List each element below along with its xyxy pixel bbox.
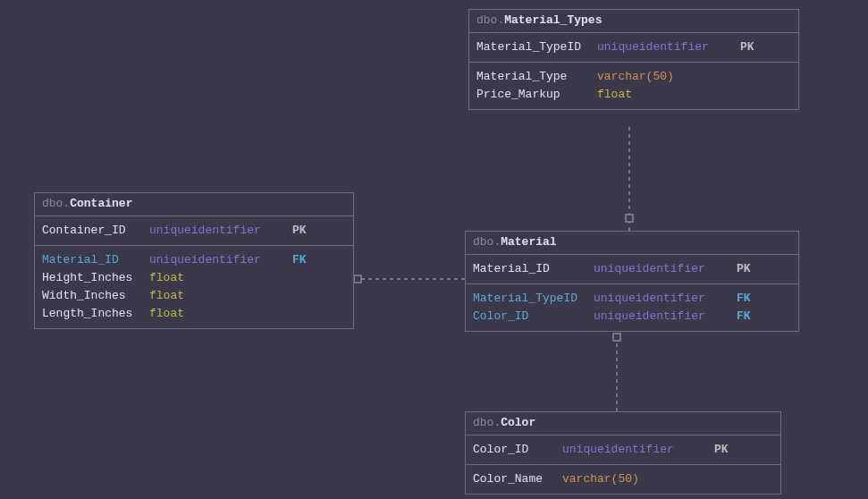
pk-section: Container_ID uniqueidentifier PK [35, 216, 353, 245]
column-type: uniqueidentifier [149, 222, 292, 240]
column-type: float [149, 287, 184, 305]
schema-prefix: dbo. [473, 416, 501, 429]
table-name: Color [501, 416, 535, 429]
column-type: varchar(50) [562, 470, 639, 488]
column-row: Material_ID uniqueidentifier FK [42, 251, 346, 269]
key-badge: PK [740, 38, 754, 56]
column-row: Material_ID uniqueidentifier PK [473, 260, 791, 278]
column-type: uniqueidentifier [149, 251, 292, 269]
pk-section: Material_ID uniqueidentifier PK [466, 254, 798, 283]
column-row: Material_TypeID uniqueidentifier FK [473, 290, 791, 308]
column-row: Color_ID uniqueidentifier FK [473, 308, 791, 326]
column-type: uniqueidentifier [597, 38, 740, 56]
column-name: Height_Inches [42, 269, 149, 287]
column-row: Container_ID uniqueidentifier PK [42, 222, 346, 240]
table-container[interactable]: dbo.Container Container_ID uniqueidentif… [34, 192, 354, 329]
column-name: Container_ID [42, 222, 149, 240]
table-name: Material_Types [504, 13, 602, 27]
column-row: Color_ID uniqueidentifier PK [473, 441, 773, 459]
schema-prefix: dbo. [42, 197, 70, 210]
column-type: float [149, 305, 184, 323]
key-badge: PK [714, 441, 729, 459]
column-row: Price_Markup float [476, 86, 791, 104]
column-name: Material_TypeID [476, 38, 597, 56]
table-title: dbo.Container [35, 193, 353, 216]
erd-canvas: dbo.Material_Types Material_TypeID uniqu… [0, 0, 868, 499]
table-title: dbo.Color [466, 412, 780, 435]
cols-section: Material_TypeID uniqueidentifier FK Colo… [466, 283, 798, 331]
column-name: Price_Markup [476, 86, 597, 104]
table-material[interactable]: dbo.Material Material_ID uniqueidentifie… [465, 231, 799, 332]
cols-section: Material_Type varchar(50) Price_Markup f… [469, 62, 798, 109]
column-name: Length_Inches [42, 305, 149, 323]
key-badge: PK [292, 222, 307, 240]
table-title: dbo.Material [466, 232, 798, 254]
key-badge: FK [737, 308, 751, 326]
column-row: Color_Name varchar(50) [473, 470, 773, 488]
cols-section: Color_Name varchar(50) [466, 464, 780, 494]
column-name: Color_Name [473, 470, 562, 488]
column-row: Height_Inches float [42, 269, 346, 287]
svg-rect-5 [613, 334, 620, 341]
column-name: Width_Inches [42, 287, 149, 305]
column-name: Material_TypeID [473, 290, 594, 308]
column-row: Material_Type varchar(50) [476, 68, 791, 86]
column-type: uniqueidentifier [594, 290, 737, 308]
column-row: Material_TypeID uniqueidentifier PK [476, 38, 791, 56]
column-name: Material_ID [473, 260, 594, 278]
column-type: uniqueidentifier [594, 308, 737, 326]
schema-prefix: dbo. [473, 235, 501, 249]
column-name: Color_ID [473, 441, 562, 459]
key-badge: FK [737, 290, 751, 308]
column-type: uniqueidentifier [562, 441, 714, 459]
key-badge: PK [737, 260, 751, 278]
pk-section: Color_ID uniqueidentifier PK [466, 435, 780, 464]
pk-section: Material_TypeID uniqueidentifier PK [469, 32, 798, 62]
svg-rect-1 [626, 215, 633, 222]
column-name: Material_ID [42, 251, 149, 269]
column-name: Material_Type [476, 68, 597, 86]
column-type: varchar(50) [597, 68, 674, 86]
table-name: Container [70, 197, 132, 210]
column-type: uniqueidentifier [594, 260, 737, 278]
table-name: Material [501, 235, 556, 249]
table-material-types[interactable]: dbo.Material_Types Material_TypeID uniqu… [468, 9, 799, 110]
table-color[interactable]: dbo.Color Color_ID uniqueidentifier PK C… [465, 411, 781, 495]
cols-section: Material_ID uniqueidentifier FK Height_I… [35, 245, 353, 328]
column-type: float [597, 86, 632, 104]
schema-prefix: dbo. [476, 13, 504, 27]
table-title: dbo.Material_Types [469, 10, 798, 32]
column-type: float [149, 269, 184, 287]
column-row: Width_Inches float [42, 287, 346, 305]
key-badge: FK [292, 251, 307, 269]
column-name: Color_ID [473, 308, 594, 326]
svg-rect-3 [354, 275, 361, 283]
column-row: Length_Inches float [42, 305, 346, 323]
